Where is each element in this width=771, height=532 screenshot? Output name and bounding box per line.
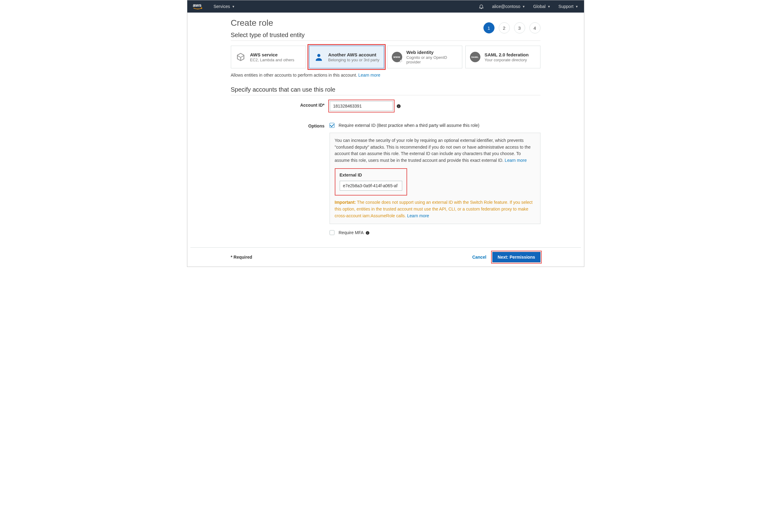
page-title: Create role (231, 18, 273, 28)
caret-down-icon: ▼ (575, 5, 579, 8)
entity-description: Allows entities in other accounts to per… (231, 73, 541, 78)
entity-subtitle: Cognito or any OpenID provider (407, 55, 458, 64)
require-external-id-checkbox[interactable] (329, 123, 334, 128)
caret-down-icon: ▼ (522, 5, 525, 8)
cancel-button[interactable]: Cancel (472, 255, 486, 260)
entity-title: AWS service (250, 52, 294, 57)
account-menu[interactable]: alice@contoso ▼ (492, 4, 525, 9)
cube-icon (235, 52, 246, 62)
person-icon (313, 52, 324, 62)
learn-more-link[interactable]: Learn more (505, 158, 527, 163)
external-id-label: External ID (340, 172, 402, 179)
require-mfa-text: Require MFA (339, 230, 363, 235)
services-label: Services (214, 4, 230, 9)
require-mfa-checkbox[interactable] (329, 230, 334, 235)
info-icon[interactable]: i (397, 104, 401, 108)
entity-subtitle: EC2, Lambda and others (250, 58, 294, 62)
support-label: Support (559, 4, 574, 9)
learn-more-link[interactable]: Learn more (358, 73, 380, 78)
account-label: alice@contoso (492, 4, 520, 9)
top-navigation: aws Services ▼ alice@contoso ▼ (187, 0, 584, 13)
important-body: The console does not support using an ex… (335, 200, 533, 218)
options-row: Options Require external ID (Best practi… (231, 122, 541, 235)
info-box-text: You can increase the security of your ro… (335, 138, 531, 163)
trusted-entity-cards: AWS service EC2, Lambda and others Anoth… (231, 46, 541, 68)
account-id-row: Account ID* i (231, 101, 541, 111)
external-id-input[interactable] (340, 181, 402, 191)
entity-subtitle: Belonging to you or 3rd party (328, 58, 379, 62)
external-id-info-box: You can increase the security of your ro… (329, 133, 541, 224)
www-icon: www (392, 52, 402, 62)
entity-desc-text: Allows entities in other accounts to per… (231, 73, 358, 78)
external-id-block: External ID (335, 168, 407, 196)
step-3[interactable]: 3 (514, 22, 525, 33)
entity-aws-service[interactable]: AWS service EC2, Lambda and others (231, 46, 306, 68)
notifications-icon[interactable] (479, 4, 484, 9)
require-mfa-label: Require MFA i (339, 230, 370, 235)
entity-title: SAML 2.0 federation (485, 52, 529, 57)
entity-another-aws-account[interactable]: Another AWS account Belonging to you or … (309, 46, 384, 68)
step-1[interactable]: 1 (484, 22, 495, 33)
wizard-steps: 1 2 3 4 (484, 22, 541, 33)
region-menu[interactable]: Global ▼ (533, 4, 550, 9)
entity-title: Web identity (407, 50, 458, 55)
caret-down-icon: ▼ (232, 5, 235, 8)
caret-down-icon: ▼ (548, 5, 551, 8)
entity-web-identity[interactable]: www Web identity Cognito or any OpenID p… (387, 46, 462, 68)
require-external-id-label: Require external ID (Best practice when … (339, 123, 480, 128)
svg-text:aws: aws (193, 3, 201, 8)
aws-logo[interactable]: aws (193, 3, 206, 10)
specify-accounts-title: Specify accounts that can use this role (231, 86, 541, 93)
step-4[interactable]: 4 (530, 22, 541, 33)
next-permissions-button[interactable]: Next: Permissions (492, 252, 540, 262)
support-menu[interactable]: Support ▼ (559, 4, 579, 9)
entity-saml-federation[interactable]: SAML SAML 2.0 federation Your corporate … (465, 46, 541, 68)
region-label: Global (533, 4, 545, 9)
options-label: Options (231, 122, 329, 128)
required-note: * Required (231, 255, 252, 260)
learn-more-link[interactable]: Learn more (407, 213, 429, 218)
saml-icon: SAML (470, 52, 481, 62)
account-id-label: Account ID* (231, 101, 329, 108)
account-id-input[interactable] (330, 101, 393, 111)
important-note: Important: The console does not support … (335, 199, 535, 219)
important-label: Important: (335, 200, 356, 205)
svg-point-1 (317, 54, 320, 57)
step-2[interactable]: 2 (499, 22, 510, 33)
wizard-footer: * Required Cancel Next: Permissions (190, 247, 581, 267)
info-icon[interactable]: i (365, 230, 370, 235)
services-menu[interactable]: Services ▼ (214, 4, 235, 9)
entity-title: Another AWS account (328, 52, 379, 57)
entity-subtitle: Your corporate directory (485, 58, 529, 62)
